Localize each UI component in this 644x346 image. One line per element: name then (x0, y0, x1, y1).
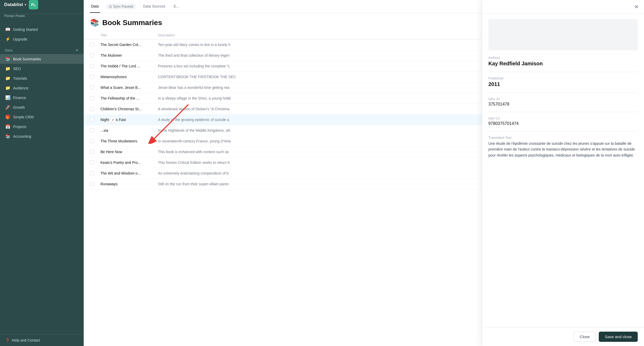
row-checkbox[interactable] (90, 128, 94, 132)
tab-label: E... (174, 4, 179, 8)
row-checkbox[interactable] (90, 75, 94, 79)
translated-text-field: Translated Text Une étude de l'épidémie … (488, 136, 638, 158)
published-field: Published 2011 (488, 76, 638, 87)
data-section-label: Data + (0, 44, 84, 54)
row-checkbox[interactable] (90, 160, 94, 165)
sidebar-item-growth[interactable]: 🚀 Growth (0, 102, 84, 112)
avatar[interactable]: FL (29, 0, 38, 9)
chart-icon: 📊 (5, 95, 10, 100)
row-checkbox[interactable] (90, 139, 94, 143)
row-title: The Three Musketeers (100, 139, 158, 143)
sidebar-item-label: Projects (13, 125, 26, 129)
row-title: The Wit and Wisdom o... (100, 171, 158, 175)
authors-field: Authors Kay Redfield Jamison (488, 56, 638, 67)
row-title: The Secret Garden Col... (100, 43, 158, 47)
gift-icon: 🎁 (5, 114, 10, 119)
add-collection-button[interactable]: + (76, 48, 78, 53)
sidebar-item-label: Getting Started (13, 27, 38, 32)
sync-label: Sync Paused (113, 4, 133, 8)
sidebar-item-seo[interactable]: 📁 SEO (0, 64, 84, 73)
folder-icon: 📁 (5, 66, 10, 71)
brand-logo[interactable]: Datablist ▾ (4, 2, 26, 7)
published-label: Published (488, 76, 638, 80)
close-button[interactable]: Close (574, 332, 596, 342)
page-icon: 📚 (90, 18, 99, 27)
isbn10-value: 375701478 (488, 102, 638, 107)
published-value: 2011 (488, 81, 638, 87)
books-icon: 📚 (5, 56, 10, 61)
row-checkbox[interactable] (90, 85, 94, 90)
sidebar-item-simple-crm[interactable]: 🎁 Simple CRM (0, 112, 84, 122)
sidebar-item-accounting[interactable]: 📚 Accounting (0, 131, 84, 141)
row-checkbox[interactable] (90, 118, 94, 122)
sidebar-item-label: Simple CRM (13, 115, 34, 119)
row-checkbox[interactable] (90, 171, 94, 175)
row-title: Children's Christmas St... (100, 107, 158, 111)
col-title: Title (100, 33, 158, 37)
tab-data-sources[interactable]: Data Sources (142, 0, 166, 13)
translated-label: Translated Text (488, 136, 638, 140)
main-area: Data ⊙ Sync Paused Data Sources E... 📚 B… (84, 0, 644, 346)
row-checkbox[interactable] (90, 96, 94, 100)
tab-label: Data (91, 4, 99, 8)
tab-data[interactable]: Data (90, 0, 100, 13)
divider (488, 93, 638, 93)
row-checkbox[interactable] (90, 107, 94, 111)
page-title: Book Summaries (102, 19, 162, 27)
tab-label: Data Sources (143, 4, 165, 8)
isbn10-label: Isbn-10 (488, 97, 638, 101)
sidebar-footer-label: Help and Contact (12, 338, 40, 342)
sidebar-item-tutorials[interactable]: 📁 Tutorials (0, 73, 84, 83)
detail-panel: ✕ Authors Kay Redfield Jamison Published… (482, 0, 644, 346)
row-title: The Mutineer (100, 53, 158, 57)
tab-enrichment[interactable]: E... (173, 0, 180, 13)
brand-name: Datablist (4, 2, 23, 7)
isbn13-value: 9780375701474 (488, 121, 638, 126)
sidebar-item-audience[interactable]: 📁 Audience (0, 83, 84, 93)
help-and-contact[interactable]: ❓ Help and Contact (0, 334, 84, 346)
sidebar-item-label: Book Summaries (13, 57, 41, 61)
row-title: The Fellowship of the ... (100, 96, 158, 100)
row-title-cell: ⤢ Night Falls Fast (100, 118, 158, 122)
row-checkbox[interactable] (90, 43, 94, 47)
sidebar-item-upgrade[interactable]: ⚡ Upgrade (0, 34, 84, 44)
sidebar-item-label: SEO (13, 67, 21, 71)
bolt-icon: ⚡ (5, 37, 10, 42)
isbn13-field: Isbn-13 9780375701474 (488, 116, 638, 126)
panel-header: ✕ (482, 0, 644, 14)
row-title: Runaways (100, 182, 158, 186)
row-checkbox[interactable] (90, 150, 94, 154)
sidebar-item-getting-started[interactable]: 📖 Getting Started (0, 25, 84, 34)
folder-icon: 📁 (5, 76, 10, 81)
row-title: Be Here Now (100, 150, 158, 154)
sync-icon: ⊙ (109, 4, 112, 9)
row-title: The Hobbit / The Lord ... (100, 64, 158, 68)
panel-footer: Close Save and close (482, 327, 644, 346)
user-name: Florian Poulin (0, 14, 84, 21)
sidebar-nav: 📖 Getting Started ⚡ Upgrade Data + 📚 Boo… (0, 21, 84, 334)
row-title: Metamorphoses (100, 75, 158, 79)
authors-label: Authors (488, 56, 638, 60)
translated-text-value: Une étude de l'épidémie croissante de su… (488, 141, 638, 158)
panel-content: Authors Kay Redfield Jamison Published 2… (482, 14, 644, 327)
expand-row-icon[interactable]: ⤢ (110, 117, 116, 123)
sidebar-item-projects[interactable]: 📅 Projects (0, 122, 84, 131)
row-checkbox[interactable] (90, 64, 94, 68)
sidebar-item-book-summaries[interactable]: 📚 Book Summaries (0, 54, 84, 64)
isbn10-field: Isbn-10 375701478 (488, 97, 638, 107)
authors-value: Kay Redfield Jamison (488, 61, 638, 67)
divider (488, 112, 638, 112)
sidebar-header: Datablist ▾ FL (0, 0, 84, 14)
sync-status: ⊙ Sync Paused (106, 4, 136, 9)
book-icon: 📖 (5, 27, 10, 32)
close-panel-button[interactable]: ✕ (633, 3, 640, 10)
divider (488, 131, 638, 131)
isbn13-label: Isbn-13 (488, 116, 638, 120)
rocket-icon: 🚀 (5, 105, 10, 110)
sidebar-item-finance[interactable]: 📊 Finance (0, 93, 84, 102)
save-and-close-button[interactable]: Save and close (599, 332, 638, 342)
row-checkbox[interactable] (90, 53, 94, 57)
sidebar-item-label: Growth (13, 105, 25, 109)
sidebar-item-label: Finance (13, 96, 26, 100)
row-checkbox[interactable] (90, 182, 94, 186)
